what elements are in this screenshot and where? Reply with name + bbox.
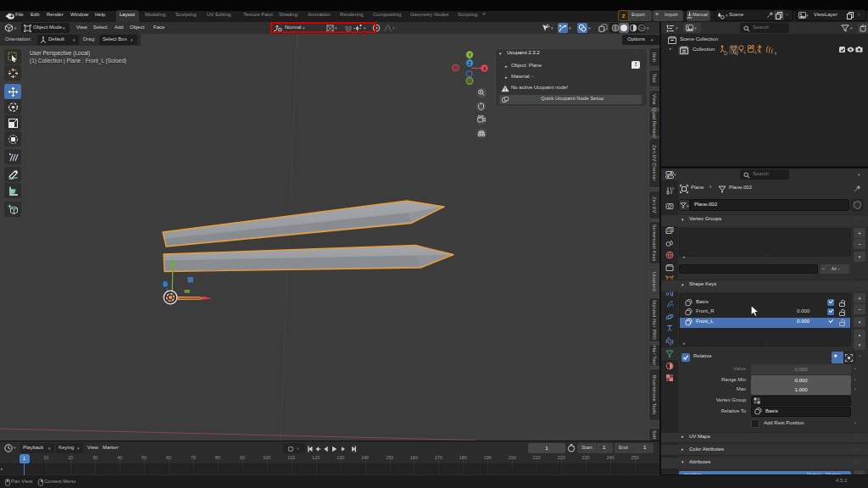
- svg-text:Y: Y: [468, 53, 471, 58]
- svg-text:4: 4: [775, 52, 777, 56]
- svg-text:10: 10: [724, 52, 729, 56]
- svg-text:4: 4: [754, 51, 757, 55]
- svg-text:4: 4: [743, 51, 746, 55]
- svg-text:41: 41: [734, 52, 739, 56]
- svg-text:X: X: [483, 66, 487, 71]
